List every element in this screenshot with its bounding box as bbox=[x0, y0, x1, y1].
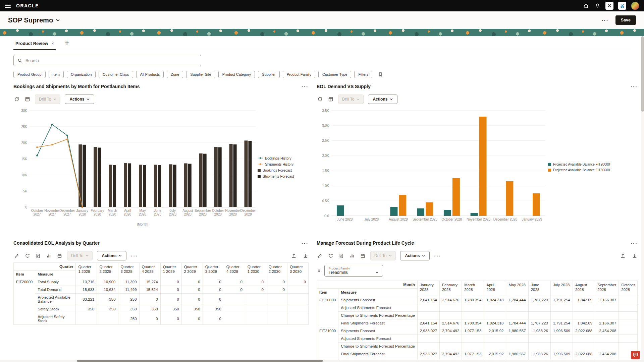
value-cell[interactable]: 0 bbox=[181, 294, 203, 305]
value-cell[interactable]: 0 bbox=[224, 286, 245, 294]
drill-to-button[interactable]: Drill To bbox=[67, 251, 93, 260]
tab-close-icon[interactable]: × bbox=[52, 41, 54, 46]
calendar-icon[interactable] bbox=[360, 253, 366, 259]
value-cell[interactable]: 1,824.318 bbox=[484, 296, 506, 304]
value-cell[interactable] bbox=[550, 335, 573, 343]
value-cell[interactable]: 2,166.307 bbox=[595, 319, 619, 327]
value-cell[interactable]: 1,977.153 bbox=[462, 327, 484, 335]
scrollbar-thumb[interactable] bbox=[77, 360, 323, 362]
value-cell[interactable]: 1,784.444 bbox=[506, 319, 528, 327]
extension-icon-a[interactable] bbox=[605, 2, 613, 10]
value-cell[interactable] bbox=[462, 304, 484, 312]
value-cell[interactable]: 2,514.676 bbox=[439, 296, 462, 304]
value-cell[interactable]: 1,787.223 bbox=[528, 296, 550, 304]
value-cell[interactable]: 10,634 bbox=[97, 286, 118, 294]
filter-chip-all-products[interactable]: All Products bbox=[136, 71, 164, 78]
document-icon[interactable] bbox=[35, 253, 41, 259]
value-cell[interactable]: 15,524 bbox=[139, 286, 160, 294]
download-icon[interactable] bbox=[302, 253, 309, 259]
value-cell[interactable]: 350 bbox=[203, 305, 224, 313]
value-cell[interactable]: 250 bbox=[118, 294, 139, 305]
value-cell[interactable]: 0 bbox=[181, 278, 203, 286]
filter-chip-customer-type[interactable]: Customer Type bbox=[318, 71, 351, 78]
bookmark-icon[interactable] bbox=[378, 72, 383, 77]
user-avatar[interactable] bbox=[631, 2, 639, 10]
save-button[interactable]: Save bbox=[615, 15, 636, 25]
panel-overflow-button[interactable]: ··· bbox=[631, 240, 638, 246]
notifications-bell-icon[interactable] bbox=[594, 2, 601, 9]
filter-chip-filters[interactable]: Filters bbox=[354, 71, 372, 78]
value-cell[interactable]: 350 bbox=[97, 305, 118, 313]
value-cell[interactable] bbox=[224, 313, 245, 325]
actions-button[interactable]: Actions bbox=[368, 95, 397, 104]
value-cell[interactable]: 2,015.92 bbox=[484, 327, 506, 335]
value-cell[interactable]: 1,980.557 bbox=[506, 327, 528, 335]
value-cell[interactable]: 0 bbox=[160, 313, 181, 325]
value-cell[interactable]: 10,900 bbox=[97, 278, 118, 286]
value-cell[interactable]: 2,641.154 bbox=[417, 296, 439, 304]
value-cell[interactable]: 2,514.676 bbox=[439, 319, 462, 327]
value-cell[interactable] bbox=[595, 304, 619, 312]
value-cell[interactable]: 0 bbox=[203, 313, 224, 325]
value-cell[interactable] bbox=[573, 335, 595, 343]
value-cell[interactable] bbox=[506, 343, 528, 350]
value-cell[interactable]: 0 bbox=[160, 278, 181, 286]
value-cell[interactable] bbox=[550, 343, 573, 350]
view-switcher-icon[interactable] bbox=[24, 96, 31, 103]
filter-chip-product-family[interactable]: Product Family bbox=[283, 71, 315, 78]
value-cell[interactable] bbox=[484, 304, 506, 312]
value-cell[interactable]: 0 bbox=[181, 286, 203, 294]
tab-product-review[interactable]: Product Review × bbox=[13, 38, 56, 50]
value-cell[interactable] bbox=[595, 312, 619, 319]
value-cell[interactable] bbox=[462, 343, 484, 350]
value-cell[interactable]: 1,983.26 bbox=[528, 350, 550, 358]
value-cell[interactable]: 0 bbox=[139, 294, 160, 305]
value-cell[interactable] bbox=[619, 296, 638, 304]
plan-title-menu[interactable]: SOP Supremo bbox=[8, 16, 60, 24]
page-horizontal-scrollbar[interactable] bbox=[0, 360, 644, 362]
value-cell[interactable]: 350 bbox=[139, 305, 160, 313]
value-cell[interactable] bbox=[287, 294, 308, 305]
value-cell[interactable]: 1,983.26 bbox=[528, 327, 550, 335]
value-cell[interactable] bbox=[619, 343, 638, 350]
value-cell[interactable] bbox=[484, 335, 506, 343]
value-cell[interactable]: 11,399 bbox=[118, 278, 139, 286]
add-tab-button[interactable]: + bbox=[65, 39, 69, 50]
value-cell[interactable] bbox=[619, 335, 638, 343]
value-cell[interactable]: 2,933.027 bbox=[417, 350, 439, 358]
drill-to-button[interactable]: Drill To bbox=[35, 95, 60, 104]
value-cell[interactable]: 2,022.688 bbox=[573, 327, 595, 335]
value-cell[interactable]: 1,824.318 bbox=[484, 319, 506, 327]
chart-icon[interactable] bbox=[349, 253, 355, 259]
value-cell[interactable] bbox=[550, 312, 573, 319]
upload-icon[interactable] bbox=[290, 253, 297, 259]
value-cell[interactable]: 1,787.223 bbox=[528, 319, 550, 327]
drag-handle-icon[interactable]: ⠿ bbox=[317, 268, 320, 273]
value-cell[interactable]: 0 bbox=[160, 286, 181, 294]
document-icon[interactable] bbox=[338, 253, 344, 259]
value-cell[interactable] bbox=[245, 313, 266, 325]
value-cell[interactable] bbox=[439, 312, 462, 319]
edit-icon[interactable] bbox=[13, 253, 20, 259]
value-cell[interactable]: 350 bbox=[181, 305, 203, 313]
value-cell[interactable] bbox=[417, 304, 439, 312]
value-cell[interactable] bbox=[287, 313, 308, 325]
value-cell[interactable] bbox=[573, 312, 595, 319]
value-cell[interactable] bbox=[528, 343, 550, 350]
value-cell[interactable] bbox=[528, 335, 550, 343]
value-cell[interactable]: 350 bbox=[76, 305, 97, 313]
value-cell[interactable] bbox=[506, 335, 528, 343]
value-cell[interactable] bbox=[97, 313, 118, 325]
value-cell[interactable]: 0 bbox=[245, 286, 266, 294]
value-cell[interactable]: 2,794.492 bbox=[439, 350, 462, 358]
value-cell[interactable]: 0 bbox=[203, 294, 224, 305]
value-cell[interactable] bbox=[595, 343, 619, 350]
value-cell[interactable]: 2,166.307 bbox=[595, 296, 619, 304]
value-cell[interactable] bbox=[245, 305, 266, 313]
panel-overflow-button[interactable]: ··· bbox=[302, 240, 309, 246]
menu-icon[interactable] bbox=[5, 4, 11, 8]
value-cell[interactable]: 350 bbox=[160, 305, 181, 313]
value-cell[interactable]: 1,780.354 bbox=[462, 296, 484, 304]
value-cell[interactable] bbox=[266, 313, 287, 325]
value-cell[interactable]: 0 bbox=[287, 278, 308, 286]
